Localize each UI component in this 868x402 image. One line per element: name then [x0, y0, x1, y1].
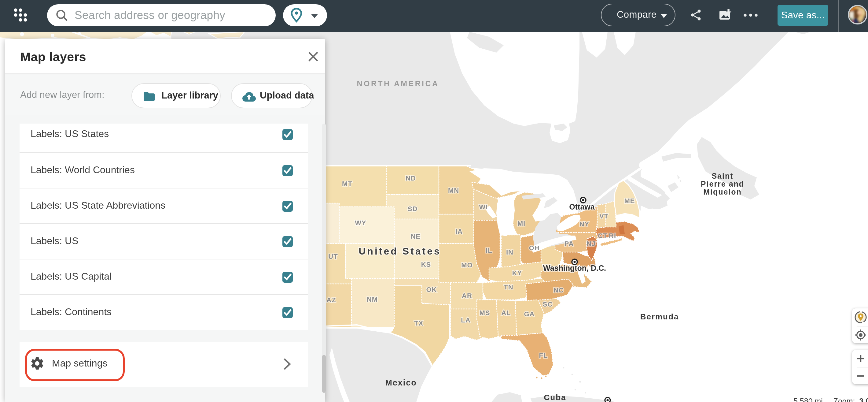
svg-text:Cuba: Cuba — [544, 393, 566, 402]
svg-text:MO: MO — [461, 261, 472, 269]
svg-text:AL: AL — [501, 309, 511, 317]
svg-text:NORTH AMERICA: NORTH AMERICA — [357, 79, 439, 88]
svg-text:Miquelon: Miquelon — [703, 188, 742, 196]
svg-text:LA: LA — [461, 316, 470, 324]
svg-text:Washington, D.C.: Washington, D.C. — [543, 264, 606, 272]
svg-text:WY: WY — [355, 219, 366, 227]
svg-text:TX: TX — [414, 319, 423, 327]
svg-text:Saint: Saint — [712, 172, 733, 180]
svg-text:IN: IN — [506, 249, 514, 256]
svg-text:UT: UT — [328, 253, 338, 260]
svg-text:MS: MS — [479, 309, 490, 317]
svg-text:GA: GA — [524, 310, 535, 318]
svg-text:CT: CT — [598, 232, 607, 239]
svg-text:TN: TN — [504, 283, 513, 291]
svg-text:MN: MN — [448, 186, 459, 194]
svg-text:IL: IL — [486, 247, 492, 254]
svg-text:RI: RI — [609, 232, 616, 239]
svg-text:NC: NC — [554, 286, 564, 294]
svg-text:MI: MI — [518, 220, 525, 227]
svg-text:Ottawa: Ottawa — [569, 203, 595, 211]
svg-text:ME: ME — [624, 197, 635, 205]
svg-text:KY: KY — [512, 269, 522, 277]
svg-text:WI: WI — [479, 203, 488, 211]
svg-text:MT: MT — [342, 180, 352, 188]
svg-text:SD: SD — [408, 205, 418, 212]
svg-text:NJ: NJ — [587, 240, 596, 248]
svg-text:KS: KS — [421, 261, 431, 268]
svg-text:ND: ND — [406, 174, 416, 182]
svg-text:NM: NM — [367, 295, 378, 303]
svg-text:United States: United States — [359, 246, 441, 257]
svg-text:VT: VT — [599, 212, 609, 220]
svg-text:OK: OK — [426, 286, 437, 293]
svg-text:Bermuda: Bermuda — [640, 312, 679, 321]
svg-text:PA: PA — [564, 240, 574, 248]
svg-text:NE: NE — [411, 232, 421, 240]
svg-text:FL: FL — [539, 352, 548, 360]
svg-text:Mexico: Mexico — [385, 378, 417, 387]
svg-text:OH: OH — [529, 244, 540, 252]
svg-text:IA: IA — [455, 228, 463, 235]
svg-text:Pierre and: Pierre and — [701, 179, 744, 188]
svg-text:AZ: AZ — [327, 296, 336, 304]
svg-text:AR: AR — [462, 292, 472, 299]
svg-text:SC: SC — [543, 300, 553, 308]
svg-text:NY: NY — [580, 220, 590, 228]
